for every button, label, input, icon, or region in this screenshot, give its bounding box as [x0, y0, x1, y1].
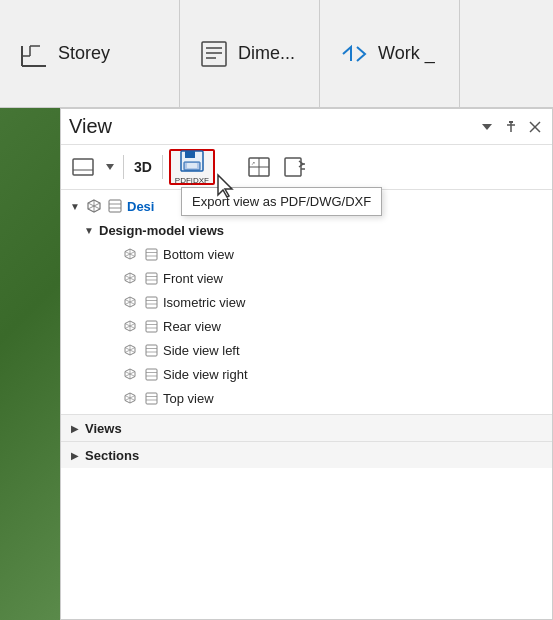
storey-tab-label: Storey: [58, 43, 110, 64]
view-item-label-4: Side view left: [163, 343, 240, 358]
svg-rect-15: [73, 159, 93, 175]
tree-item-rear[interactable]: Rear view: [61, 314, 552, 338]
svg-text:↗: ↗: [251, 160, 255, 166]
tree-root-row[interactable]: ▼ Desi: [61, 194, 552, 218]
panel-header-controls: [478, 118, 544, 136]
tree-item-front[interactable]: Front view: [61, 266, 552, 290]
svg-marker-17: [106, 164, 114, 170]
panel-close-icon[interactable]: [526, 118, 544, 136]
3d-label: 3D: [130, 159, 156, 175]
toolbar-sep-2: [162, 155, 163, 179]
panel-pin-icon[interactable]: [502, 118, 520, 136]
design-model-label: Design-model views: [99, 223, 224, 238]
view-item-list-icon-3: [142, 317, 160, 335]
view-item-label-5: Side view right: [163, 367, 248, 382]
view-item-label-6: Top view: [163, 391, 214, 406]
svg-rect-5: [202, 42, 226, 66]
svg-rect-34: [109, 200, 121, 212]
view-item-list-icon-6: [142, 389, 160, 407]
view-item-cube-icon-4: [121, 341, 139, 359]
work-tab-label: Work _: [378, 43, 435, 64]
export-pdf-dxf-btn[interactable]: PDF|DXF: [169, 149, 215, 185]
views-chevron: ▶: [67, 420, 83, 436]
design-model-chevron: ▼: [81, 222, 97, 238]
work-tab-icon: [338, 38, 370, 70]
view-item-label-2: Isometric view: [163, 295, 245, 310]
svg-rect-62: [146, 321, 157, 332]
design-model-row[interactable]: ▼ Design-model views: [61, 218, 552, 242]
svg-rect-41: [146, 249, 157, 260]
view-item-list-icon-2: [142, 293, 160, 311]
svg-rect-48: [146, 273, 157, 284]
tree-item-side-left[interactable]: Side view left: [61, 338, 552, 362]
panel-dropdown-icon[interactable]: [478, 118, 496, 136]
view-item-cube-icon-1: [121, 269, 139, 287]
view-panel: View: [60, 108, 553, 620]
pdf-dxf-icon: [179, 150, 205, 177]
pdf-dxf-text: PDF|DXF: [175, 177, 209, 185]
collapsed-sections-row[interactable]: ▶ Sections: [61, 441, 552, 468]
view-item-list-icon-5: [142, 365, 160, 383]
view-item-cube-icon-2: [121, 293, 139, 311]
tab-work[interactable]: Work _: [320, 0, 460, 107]
tree-item-side-right[interactable]: Side view right: [61, 362, 552, 386]
view-item-list-icon-0: [142, 245, 160, 263]
scale-btn[interactable]: ↗: [243, 151, 275, 183]
sections-chevron: ▶: [67, 447, 83, 463]
svg-rect-27: [285, 158, 301, 176]
view-item-label-0: Bottom view: [163, 247, 234, 262]
dime-tab-icon: [198, 38, 230, 70]
svg-rect-83: [146, 393, 157, 404]
view-thumbnail-btn[interactable]: [67, 151, 99, 183]
panel-header: View: [61, 109, 552, 145]
svg-rect-21: [187, 163, 197, 168]
tab-dime[interactable]: Dime...: [180, 0, 320, 107]
svg-rect-55: [146, 297, 157, 308]
svg-rect-69: [146, 345, 157, 356]
view-item-list-icon-4: [142, 341, 160, 359]
view-item-cube-icon-3: [121, 317, 139, 335]
view-item-label-3: Rear view: [163, 319, 221, 334]
panel-title: View: [69, 115, 112, 138]
svg-marker-9: [482, 124, 492, 130]
tab-bar: Storey Dime... Work _: [0, 0, 553, 108]
tree-item-isometric[interactable]: Isometric view: [61, 290, 552, 314]
view-item-cube-icon-6: [121, 389, 139, 407]
view-item-cube-icon-5: [121, 365, 139, 383]
svg-rect-76: [146, 369, 157, 380]
root-label: Desi: [127, 199, 154, 214]
views-section-label: Views: [85, 421, 122, 436]
export-btn[interactable]: [279, 151, 311, 183]
tree-item-top[interactable]: Top view: [61, 386, 552, 410]
storey-tab-icon: [18, 38, 50, 70]
view-item-list-icon-1: [142, 269, 160, 287]
root-chevron: ▼: [67, 198, 83, 214]
view-item-cube-icon-0: [121, 245, 139, 263]
collapsed-views-row[interactable]: ▶ Views: [61, 414, 552, 441]
sections-section-label: Sections: [85, 448, 139, 463]
tree-item-bottom[interactable]: Bottom view: [61, 242, 552, 266]
tab-storey[interactable]: Storey: [0, 0, 180, 107]
view-item-label-1: Front view: [163, 271, 223, 286]
view-list-icon: [106, 197, 124, 215]
tree-content: ▼ Desi ▼ Design-mo: [61, 190, 552, 414]
dime-tab-label: Dime...: [238, 43, 295, 64]
svg-rect-19: [185, 151, 195, 158]
view-dropdown-arrow[interactable]: [103, 160, 117, 174]
toolbar-sep-1: [123, 155, 124, 179]
toolbar: 3D PDF|DXF: [61, 145, 552, 190]
view-cube-icon: [85, 197, 103, 215]
